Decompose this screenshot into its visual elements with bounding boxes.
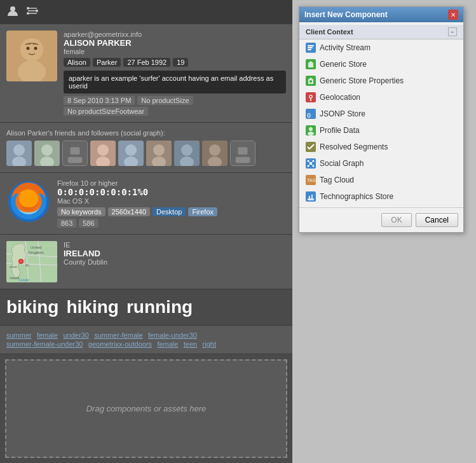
browser-tag-res: 2560x1440 bbox=[108, 207, 150, 216]
dialog-item-activity-stream[interactable]: Activity Stream bbox=[299, 39, 463, 56]
svg-rect-83 bbox=[308, 198, 314, 200]
dialog-body: Client Context − Activity Stream Gene bbox=[299, 22, 463, 207]
item-label-activity-stream: Activity Stream bbox=[320, 43, 371, 52]
friend-avatar-7 bbox=[174, 141, 200, 166]
svg-point-19 bbox=[97, 144, 109, 156]
profile-section: aparker@geometrixx.info ALISON PARKER fe… bbox=[0, 24, 292, 123]
svg-point-0 bbox=[10, 6, 15, 11]
dialog-title: Insert New Component bbox=[304, 10, 388, 19]
svg-point-5 bbox=[20, 38, 43, 61]
dialog-item-generic-store[interactable]: Generic Store bbox=[299, 56, 463, 73]
friends-title: Alison Parker's friends and followers (s… bbox=[6, 129, 286, 137]
svg-text:United: United bbox=[31, 245, 41, 249]
tag-dob: 27 Feb 1992 bbox=[123, 58, 170, 67]
location-country: IRELAND bbox=[64, 249, 286, 258]
friend-avatar-2 bbox=[34, 141, 60, 166]
dialog-item-geolocation[interactable]: Geolocation bbox=[299, 89, 463, 106]
dialog-section-toggle[interactable]: − bbox=[448, 27, 457, 36]
insert-component-dialog: Insert New Component ✕ Client Context − … bbox=[299, 6, 464, 233]
svg-text:TAGs: TAGs bbox=[307, 178, 316, 183]
drag-drop-area: Drag components or assets here bbox=[5, 359, 287, 458]
link-geometrixx-outdoors[interactable]: geometrixx-outdoors bbox=[88, 340, 152, 348]
dialog-item-tag-cloud[interactable]: TAGs Tag Cloud bbox=[299, 172, 463, 188]
browser-time: 0:0:0:0:0:0:0:1%0 bbox=[57, 187, 286, 197]
drag-text: Drag components or assets here bbox=[86, 404, 207, 413]
item-label-jsonp-store: JSONP Store bbox=[320, 109, 365, 118]
svg-point-13 bbox=[41, 144, 53, 156]
friend-avatar-8 bbox=[202, 141, 228, 166]
svg-text:{}: {} bbox=[307, 112, 311, 118]
friends-section: Alison Parker's friends and followers (s… bbox=[0, 123, 292, 173]
item-label-profile-data: Profile Data bbox=[320, 126, 360, 135]
dialog-section-label: Client Context bbox=[306, 28, 353, 36]
browser-icon-container bbox=[6, 179, 51, 228]
item-label-technographics-store: Technographics Store bbox=[320, 192, 393, 201]
svg-point-60 bbox=[309, 80, 312, 83]
friend-avatar-4 bbox=[90, 141, 116, 166]
dialog-item-jsonp-store[interactable]: {} JSONP Store bbox=[299, 106, 463, 122]
friend-avatar-1 bbox=[6, 141, 32, 166]
big-tags: biking hiking running bbox=[6, 297, 286, 317]
dialog-item-profile-data[interactable]: Profile Data bbox=[299, 122, 463, 139]
link-female-under30[interactable]: female-under30 bbox=[148, 331, 197, 339]
svg-text:Bir: Bir bbox=[25, 263, 29, 267]
big-tag-running: running bbox=[126, 297, 193, 317]
svg-point-68 bbox=[308, 132, 314, 135]
dialog-item-technographics-store[interactable]: Technographics Store bbox=[299, 188, 463, 205]
big-tag-hiking: hiking bbox=[66, 297, 118, 317]
dialog-ok-button[interactable]: OK bbox=[381, 213, 411, 227]
item-label-tag-cloud: Tag Cloud bbox=[320, 176, 354, 184]
link-teen[interactable]: teen bbox=[184, 340, 197, 348]
svg-rect-56 bbox=[308, 47, 313, 48]
item-label-social-graph: Social Graph bbox=[320, 159, 364, 168]
dialog-close-button[interactable]: ✕ bbox=[448, 10, 458, 20]
avatar bbox=[6, 31, 57, 81]
location-info: IE IRELAND County Dublin bbox=[64, 241, 286, 282]
item-label-resolved-segments: Resolved Segments bbox=[320, 142, 388, 151]
profile-tooltip: aparker is an example 'surfer' account h… bbox=[64, 71, 286, 93]
svg-rect-84 bbox=[309, 196, 310, 198]
link-summer-female-under30[interactable]: summer-female-under30 bbox=[6, 340, 83, 348]
svg-point-3 bbox=[27, 12, 29, 15]
dialog-title-bar: Insert New Component ✕ bbox=[299, 7, 463, 22]
profile-info: aparker@geometrixx.info ALISON PARKER fe… bbox=[64, 31, 286, 116]
friends-avatars bbox=[6, 141, 286, 166]
settings-icon bbox=[25, 4, 39, 20]
svg-point-7 bbox=[27, 47, 30, 50]
svg-point-28 bbox=[181, 144, 193, 156]
link-under30[interactable]: under30 bbox=[63, 331, 88, 339]
friend-avatar-6 bbox=[146, 141, 172, 166]
svg-point-1 bbox=[27, 7, 29, 10]
link-right[interactable]: right bbox=[203, 340, 216, 348]
browser-num-1: 863 bbox=[57, 219, 76, 228]
browser-tag-keywords: No keywords bbox=[57, 207, 105, 216]
dialog-item-resolved-segments[interactable]: Resolved Segments bbox=[299, 139, 463, 155]
svg-rect-85 bbox=[311, 195, 313, 198]
svg-point-63 bbox=[310, 96, 312, 98]
svg-rect-34 bbox=[238, 148, 247, 155]
svg-rect-17 bbox=[68, 157, 83, 163]
profile-email: aparker@geometrixx.info bbox=[64, 31, 286, 38]
right-panel: Insert New Component ✕ Client Context − … bbox=[292, 0, 476, 463]
browser-section: Firefox 10 or higher 0:0:0:0:0:0:0:1%0 M… bbox=[0, 173, 292, 235]
profile-gender: female bbox=[64, 48, 286, 55]
link-summer[interactable]: summer bbox=[6, 331, 32, 339]
browser-tags: No keywords 2560x1440 Desktop Firefox bbox=[57, 207, 286, 216]
dialog-item-generic-store-properties[interactable]: Generic Store Properties bbox=[299, 73, 463, 89]
svg-point-47 bbox=[20, 260, 22, 263]
link-female2[interactable]: female bbox=[157, 340, 178, 348]
svg-text:Ireland: Ireland bbox=[10, 276, 20, 280]
friend-avatar-3 bbox=[62, 141, 88, 166]
link-summer-female[interactable]: summer-female bbox=[94, 331, 142, 339]
dialog-footer: OK Cancel bbox=[299, 207, 463, 232]
dialog-cancel-button[interactable]: Cancel bbox=[416, 213, 458, 227]
left-panel: aparker@geometrixx.info ALISON PARKER fe… bbox=[0, 0, 292, 463]
svg-point-10 bbox=[13, 144, 25, 156]
svg-point-25 bbox=[153, 144, 165, 156]
svg-point-22 bbox=[125, 144, 137, 156]
dialog-item-social-graph[interactable]: Social Graph bbox=[299, 155, 463, 172]
svg-rect-55 bbox=[308, 45, 314, 46]
browser-info: Firefox 10 or higher 0:0:0:0:0:0:0:1%0 M… bbox=[57, 179, 286, 228]
tag-parker: Parker bbox=[93, 58, 121, 67]
link-female[interactable]: female bbox=[37, 331, 58, 339]
